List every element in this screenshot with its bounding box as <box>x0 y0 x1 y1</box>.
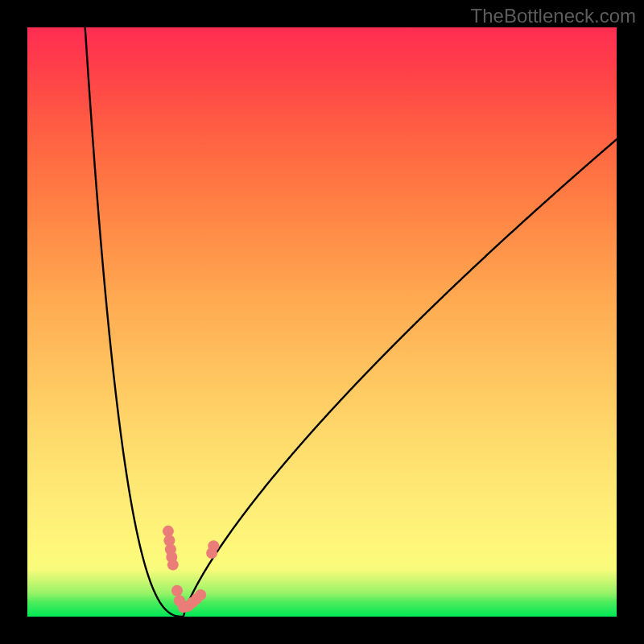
data-point <box>171 585 183 597</box>
chart-container: TheBottleneck.com <box>0 0 644 644</box>
data-point <box>208 540 219 551</box>
data-point <box>167 559 179 571</box>
data-point <box>195 589 206 601</box>
chart-curves <box>0 0 644 644</box>
